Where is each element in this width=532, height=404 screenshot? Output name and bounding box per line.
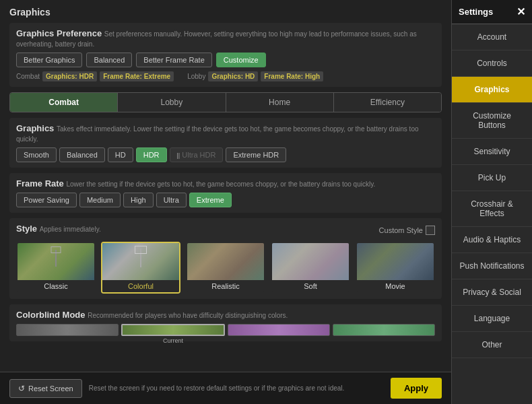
colorblind-strip-2[interactable] bbox=[228, 324, 330, 336]
sidebar-item-pick-up[interactable]: Pick Up bbox=[452, 165, 532, 191]
style-card-soft[interactable]: Soft bbox=[271, 242, 350, 294]
style-card-classic-img bbox=[18, 243, 94, 280]
colorblind-strip-3[interactable] bbox=[333, 324, 435, 336]
framerate-btn-power-saving[interactable]: Power Saving bbox=[16, 193, 77, 207]
framerate-btn-extreme[interactable]: Extreme bbox=[189, 193, 232, 207]
tab-combat[interactable]: Combat bbox=[10, 93, 118, 112]
quality-btn-hdr[interactable]: HDR bbox=[136, 147, 167, 162]
lobby-label: Lobby bbox=[187, 73, 205, 80]
sidebar-item-language[interactable]: Language bbox=[452, 306, 532, 332]
combat-info: Combat Graphics: HDR Frame Rate: Extreme bbox=[16, 71, 174, 81]
page-title: Graphics bbox=[9, 7, 442, 18]
quality-btn-hd[interactable]: HD bbox=[108, 147, 133, 162]
tab-efficiency[interactable]: Efficiency bbox=[334, 93, 441, 112]
style-card-movie[interactable]: Movie bbox=[356, 242, 435, 294]
graphics-quality-section: Graphics Takes effect immediately. Lower… bbox=[9, 118, 442, 168]
lobby-graphics-value: Graphics: HD bbox=[208, 71, 258, 81]
style-card-realistic-img bbox=[187, 243, 264, 280]
tab-lobby[interactable]: Lobby bbox=[118, 93, 226, 112]
lobby-info: Lobby Graphics: HD Frame Rate: High bbox=[187, 71, 323, 81]
style-card-colorful-img bbox=[102, 243, 179, 280]
style-card-colorful-label: Colorful bbox=[102, 280, 179, 292]
sidebar: Settings ✕ Account Controls Graphics Cus… bbox=[451, 0, 532, 404]
frame-rate-section: Frame Rate Lower the setting if the devi… bbox=[9, 173, 442, 213]
close-button[interactable]: ✕ bbox=[517, 5, 525, 18]
style-card-movie-img bbox=[357, 243, 434, 280]
sidebar-item-audio-haptics[interactable]: Audio & Haptics bbox=[452, 227, 532, 253]
framerate-btn-ultra[interactable]: Ultra bbox=[156, 193, 187, 207]
pref-btn-balanced[interactable]: Balanced bbox=[86, 53, 132, 67]
style-header: Style Applies immediately. Custom Style bbox=[16, 224, 435, 236]
tab-home[interactable]: Home bbox=[226, 93, 334, 112]
sidebar-item-other[interactable]: Other bbox=[452, 332, 532, 358]
pref-btn-better-graphics[interactable]: Better Graphics bbox=[16, 53, 82, 67]
quality-btn-balanced[interactable]: Balanced bbox=[59, 147, 105, 162]
style-card-realistic-label: Realistic bbox=[187, 280, 264, 292]
tabs-row: Combat Lobby Home Efficiency bbox=[9, 92, 442, 112]
apply-button[interactable]: Apply bbox=[391, 378, 442, 399]
style-card-classic-label: Classic bbox=[18, 280, 94, 292]
quality-btn-smooth[interactable]: Smooth bbox=[16, 147, 57, 162]
lobby-framerate-value: Frame Rate: High bbox=[261, 71, 323, 81]
reset-screen-button[interactable]: ↺ Reset Screen bbox=[9, 379, 82, 398]
colorblind-strips-row: Current bbox=[16, 324, 435, 336]
sidebar-item-controls[interactable]: Controls bbox=[452, 50, 532, 77]
framerate-title: Frame Rate Lower the setting if the devi… bbox=[16, 178, 435, 189]
custom-style-label: Custom Style bbox=[379, 226, 423, 234]
pref-info: Combat Graphics: HDR Frame Rate: Extreme… bbox=[16, 71, 435, 81]
custom-style-checkbox[interactable] bbox=[426, 226, 435, 235]
style-title: Style Applies immediately. bbox=[16, 224, 101, 234]
style-section: Style Applies immediately. Custom Style … bbox=[9, 218, 442, 299]
quality-btn-ultra-hdr[interactable]: || Ultra HDR bbox=[170, 147, 224, 162]
sidebar-item-graphics[interactable]: Graphics bbox=[452, 77, 532, 103]
reset-icon: ↺ bbox=[18, 384, 25, 393]
style-card-classic[interactable]: Classic bbox=[16, 242, 96, 294]
colorblind-title: Colorblind Mode Recommended for players … bbox=[16, 310, 435, 320]
sidebar-item-crosshair-effects[interactable]: Crosshair & Effects bbox=[452, 191, 532, 227]
colorblind-strip-current[interactable]: Current bbox=[121, 324, 225, 336]
reset-label: Reset Screen bbox=[28, 384, 73, 393]
framerate-btn-high[interactable]: High bbox=[123, 193, 154, 207]
sidebar-item-push-notifications[interactable]: Push Notifications bbox=[452, 253, 532, 279]
sidebar-item-account[interactable]: Account bbox=[452, 24, 532, 50]
framerate-btn-medium[interactable]: Medium bbox=[79, 193, 121, 207]
sidebar-item-customize-buttons[interactable]: Customize Buttons bbox=[452, 103, 532, 139]
graphics-preference-section: Graphics Preference Set preferences manu… bbox=[9, 23, 442, 87]
pref-title: Graphics Preference Set preferences manu… bbox=[16, 28, 435, 48]
custom-style-toggle[interactable]: Custom Style bbox=[379, 226, 435, 235]
combat-graphics-value: Graphics: HDR bbox=[42, 71, 97, 81]
style-card-soft-label: Soft bbox=[272, 280, 349, 292]
combat-label: Combat bbox=[16, 73, 40, 80]
style-card-soft-img bbox=[272, 243, 349, 280]
style-subtitle: Applies immediately. bbox=[40, 226, 101, 233]
combat-framerate-value: Frame Rate: Extreme bbox=[100, 71, 174, 81]
sidebar-item-sensitivity[interactable]: Sensitivity bbox=[452, 139, 532, 165]
pref-buttons-row: Better Graphics Balanced Better Frame Ra… bbox=[16, 53, 435, 67]
quality-buttons-row: Smooth Balanced HD HDR || Ultra HDR Extr… bbox=[16, 147, 435, 162]
framerate-subtitle: Lower the setting if the device gets too… bbox=[66, 180, 375, 188]
style-card-realistic[interactable]: Realistic bbox=[186, 242, 265, 294]
colorblind-subtitle: Recommended for players who have difficu… bbox=[88, 312, 288, 319]
sidebar-item-privacy-social[interactable]: Privacy & Social bbox=[452, 279, 532, 306]
bottom-bar: ↺ Reset Screen Reset the screen if you n… bbox=[0, 372, 451, 404]
sidebar-title: Settings bbox=[459, 7, 493, 17]
pref-btn-customize[interactable]: Customize bbox=[216, 53, 266, 67]
style-cards-row: Classic Colorful Realistic Soft Movie bbox=[16, 242, 435, 294]
tabs-section: Combat Lobby Home Efficiency bbox=[9, 92, 442, 112]
colorblind-section: Colorblind Mode Recommended for players … bbox=[9, 304, 442, 341]
style-card-colorful[interactable]: Colorful bbox=[101, 242, 180, 294]
reset-desc: Reset the screen if you need to restore … bbox=[89, 384, 384, 392]
quality-subtitle: Takes effect immediately. Lower the sett… bbox=[16, 125, 419, 143]
framerate-buttons-row: Power Saving Medium High Ultra Extreme bbox=[16, 193, 435, 207]
colorblind-strip-0[interactable] bbox=[16, 324, 119, 336]
style-card-movie-label: Movie bbox=[357, 280, 434, 292]
sidebar-header: Settings ✕ bbox=[452, 0, 532, 24]
pref-btn-better-frame-rate[interactable]: Better Frame Rate bbox=[136, 53, 211, 67]
quality-title: Graphics Takes effect immediately. Lower… bbox=[16, 123, 435, 143]
quality-btn-extreme-hdr[interactable]: Extreme HDR bbox=[226, 147, 286, 162]
